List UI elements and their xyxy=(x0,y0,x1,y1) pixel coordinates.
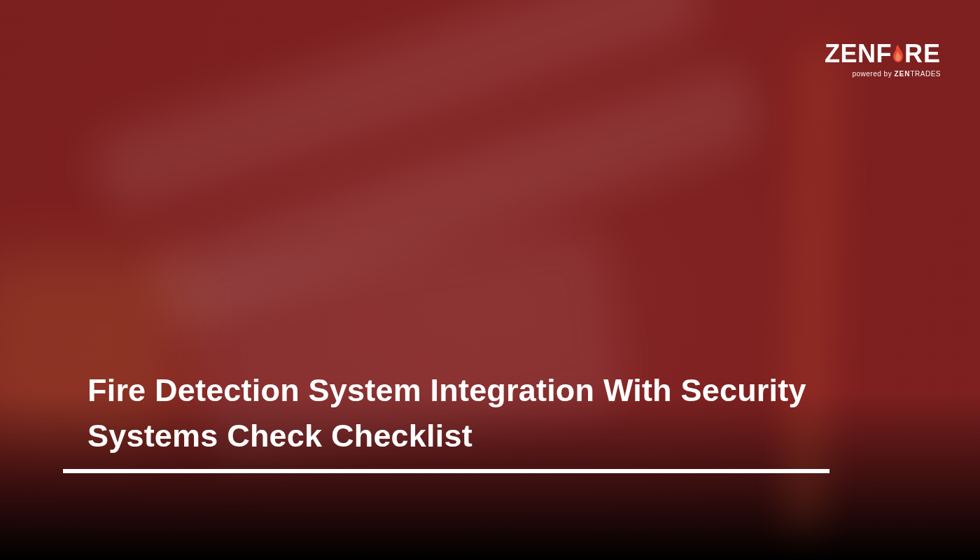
tagline-brand-bold: ZEN xyxy=(894,70,910,78)
brand-tagline: powered by ZENTRADES xyxy=(825,70,941,78)
tagline-prefix: powered by xyxy=(852,70,894,78)
hero-underline xyxy=(63,469,830,473)
bg-blur-shape xyxy=(783,41,841,533)
hero-title-block: Fire Detection System Integration With S… xyxy=(88,368,830,459)
flame-icon xyxy=(892,45,904,63)
brand-wordmark: ZENF RE xyxy=(825,39,941,69)
tagline-brand-rest: TRADES xyxy=(910,70,941,78)
brand-name-part2: RE xyxy=(904,39,941,69)
hero-banner: ZENF RE powered by ZENTRADES Fire Detect… xyxy=(0,0,980,560)
brand-logo: ZENF RE powered by ZENTRADES xyxy=(825,39,941,78)
brand-name-part1: ZENF xyxy=(825,39,892,69)
hero-title: Fire Detection System Integration With S… xyxy=(88,368,830,459)
